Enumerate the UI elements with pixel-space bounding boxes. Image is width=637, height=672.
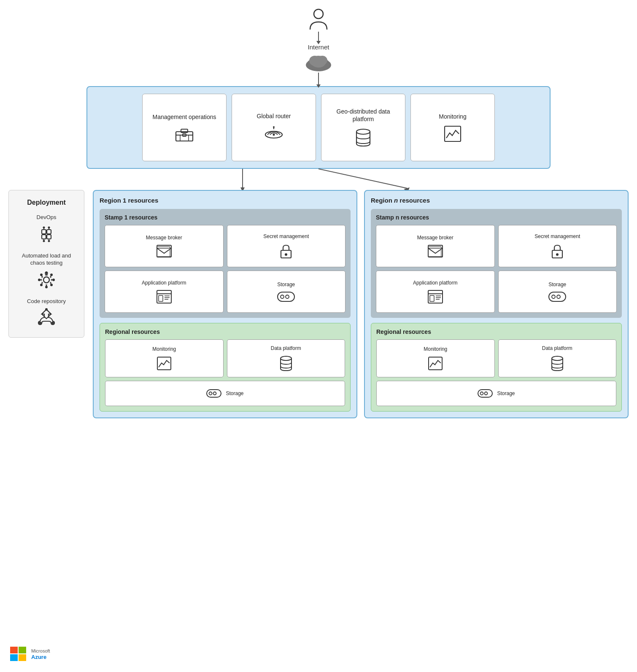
diagram-container: Internet Management operations (0, 0, 637, 672)
lock-icon-n (551, 244, 564, 259)
svg-point-17 (356, 129, 370, 134)
stamp-n-title: Stamp n resources (376, 214, 617, 221)
monitoring-box: Monitoring (410, 94, 495, 161)
svg-rect-87 (10, 654, 18, 661)
svg-point-81 (552, 356, 563, 360)
geo-distributed-label: Geo-distributed data platform (327, 108, 400, 123)
svg-rect-86 (19, 647, 26, 653)
svg-point-59 (281, 295, 284, 298)
svg-point-32 (48, 226, 50, 228)
chart-icon (444, 125, 462, 142)
svg-point-70 (556, 253, 559, 256)
monitoring-label: Monitoring (439, 113, 466, 120)
data-platform-r1-label: Data platform (271, 345, 301, 352)
svg-point-40 (40, 274, 43, 276)
azure-label: Azure (31, 654, 50, 661)
svg-point-6 (317, 56, 327, 65)
envelope-icon-n (428, 245, 443, 257)
region-1-title: Region 1 resources (100, 197, 351, 204)
monitoring-rn-box: Monitoring (376, 339, 495, 377)
global-container: Management operations Global router (86, 86, 551, 169)
code-repo-label: Code repository (27, 298, 66, 305)
app-platform-n-box: Application platform (376, 271, 495, 313)
chart-icon-rn (428, 356, 443, 371)
svg-rect-25 (42, 235, 46, 239)
stamp-n-grid: Message broker Secret management (376, 225, 617, 313)
region-n-container: Region n resources Stamp n resources Mes… (364, 190, 629, 418)
svg-rect-24 (47, 230, 51, 234)
svg-point-35 (43, 277, 49, 283)
svg-rect-88 (19, 654, 26, 661)
svg-rect-73 (430, 295, 434, 301)
regional-1-container: Regional resources Monitoring (100, 323, 351, 412)
monitoring-r1-label: Monitoring (152, 346, 176, 353)
devops-icon (36, 224, 57, 245)
azure-logo (10, 647, 27, 662)
svg-rect-23 (42, 230, 46, 234)
svg-point-60 (286, 295, 289, 298)
storage-icon-n (548, 292, 566, 302)
storage-r1-label: Storage (226, 390, 243, 396)
global-router-box: Global router (232, 94, 316, 161)
main-content: Deployment DevOps (8, 190, 629, 444)
msg-broker-n-label: Message broker (417, 235, 453, 241)
region-n-title: Region n resources (371, 197, 622, 204)
svg-point-16 (273, 126, 275, 128)
svg-rect-54 (159, 295, 163, 301)
svg-point-83 (480, 392, 483, 395)
router-icon (264, 125, 283, 143)
app-platform-n-label: Application platform (413, 280, 457, 287)
svg-point-65 (213, 392, 216, 395)
svg-rect-66 (428, 245, 443, 257)
toolbox-icon (175, 126, 194, 142)
svg-point-38 (38, 279, 40, 281)
svg-point-45 (51, 322, 54, 324)
lock-icon-1 (279, 244, 293, 259)
svg-point-42 (50, 274, 53, 276)
appplatform-icon-n (428, 290, 443, 303)
svg-point-43 (40, 284, 43, 286)
cloud-icon (304, 52, 333, 73)
devops-item: DevOps (36, 214, 57, 245)
secret-mgmt-n-box: Secret management (498, 225, 617, 267)
regional-n-title: Regional resources (376, 328, 616, 335)
storage-1-box: Storage (227, 271, 346, 313)
app-platform-1-label: Application platform (142, 280, 186, 287)
data-platform-rn-box: Data platform (498, 339, 617, 377)
svg-point-84 (485, 392, 488, 395)
code-repo-item: Code repository (27, 298, 66, 329)
stamp-1-grid: Message broker Secret managemen (105, 225, 345, 313)
storage-icon-r1 (206, 389, 221, 398)
git-icon (36, 308, 57, 329)
svg-rect-18 (445, 126, 461, 141)
deployment-sidebar: Deployment DevOps (8, 190, 84, 338)
database-icon-rn (551, 355, 564, 371)
svg-point-31 (43, 226, 45, 228)
storage-icon-1 (277, 292, 295, 302)
global-row: Management operations Global router (94, 94, 543, 161)
azure-badge: Microsoft Azure (10, 647, 50, 662)
internet-label: Internet (308, 43, 329, 51)
storage-rn-label: Storage (497, 390, 515, 396)
deployment-title: Deployment (27, 199, 66, 206)
regional-n-container: Regional resources Monitoring Data platf… (371, 323, 622, 412)
svg-line-21 (318, 169, 407, 188)
regional-n-grid: Monitoring Data platform (376, 339, 616, 377)
secret-mgmt-1-label: Secret management (263, 233, 309, 240)
app-platform-1-box: Application platform (105, 271, 224, 313)
monitoring-r1-box: Monitoring (105, 339, 224, 377)
storage-r1-row: Storage (105, 381, 345, 406)
msg-broker-n-box: Message broker (376, 225, 495, 267)
svg-point-14 (273, 134, 275, 136)
devops-label: DevOps (37, 214, 57, 221)
svg-rect-77 (549, 292, 566, 301)
envelope-icon-1 (157, 245, 172, 257)
svg-point-39 (52, 279, 55, 281)
storage-icon-rn (478, 389, 493, 398)
regional-1-title: Regional resources (105, 328, 345, 335)
svg-point-62 (281, 356, 292, 360)
secret-mgmt-n-label: Secret management (534, 233, 580, 240)
storage-n-box: Storage (498, 271, 617, 313)
management-operations-box: Management operations (142, 94, 227, 161)
management-operations-label: Management operations (153, 113, 216, 121)
